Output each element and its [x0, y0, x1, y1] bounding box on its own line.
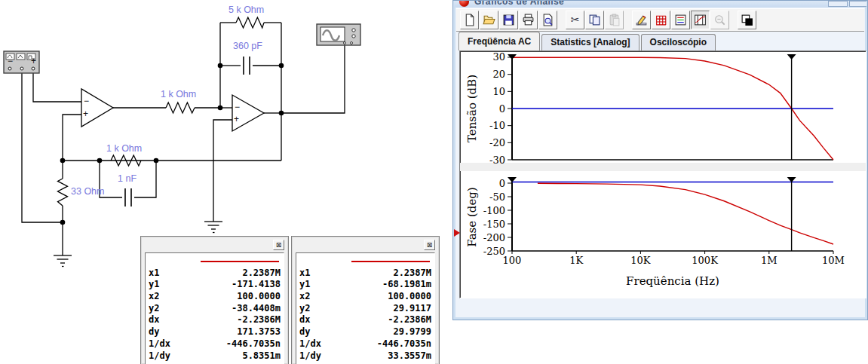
- toolbar: ✂: [456, 8, 864, 32]
- selected-graph-arrow: [454, 229, 460, 237]
- cursor-row-x1: x12.2387M: [299, 268, 431, 280]
- cursor-row-1-dy: 1/dy5.8351m: [149, 350, 281, 362]
- toolbar-button-zoom-out: [710, 11, 729, 29]
- toolbar-button-copy[interactable]: [585, 11, 604, 29]
- component-value-label: 360 pF: [233, 41, 262, 51]
- y-tick-label: 0: [499, 178, 505, 189]
- bode-plots: 3020100-10-20-300-50-100-150-200-2501001…: [460, 51, 866, 298]
- cursor-row-value: -446.7035n: [377, 338, 431, 350]
- wire[interactable]: [63, 115, 81, 161]
- fgen-plus-terminal: +: [31, 56, 36, 66]
- toolbar-button-cursors[interactable]: [691, 11, 710, 29]
- print-preview-icon: [541, 14, 554, 26]
- close-icon[interactable]: ⊠: [273, 240, 284, 250]
- toolbar-button-open-file[interactable]: [480, 11, 498, 29]
- cursor-row-label: 1/dy: [149, 350, 170, 362]
- cursor-row-label: x1: [299, 268, 310, 280]
- cursor-row-value: 5.8351m: [242, 350, 281, 362]
- y-axis-label-phase: Fase (deg): [465, 164, 477, 270]
- x-tick-label: 10K: [630, 255, 651, 266]
- y-axis-label-gain: Tensão (dB): [465, 56, 477, 161]
- plot-separator: [460, 163, 866, 171]
- cursor-row-dy: dy29.9799: [299, 326, 431, 338]
- wire[interactable]: [33, 71, 81, 102]
- print-icon: [522, 14, 535, 26]
- cursor-row-label: 1/dx: [299, 338, 321, 350]
- save-icon: [502, 14, 515, 26]
- cursor-row-dx: dx-2.2386M: [299, 314, 431, 326]
- wire[interactable]: [134, 161, 156, 197]
- cursor-row-dx: dx-2.2386M: [149, 314, 281, 326]
- capacitor-1nf[interactable]: [125, 188, 131, 206]
- toolbar-button-cut[interactable]: ✂: [566, 11, 584, 29]
- tab-statistics-analog-[interactable]: Statistics [Analog]: [541, 34, 639, 50]
- cursor-row-y1: y1-171.4138: [149, 279, 281, 291]
- cursor-row-label: x2: [299, 291, 310, 303]
- toolbar-button-new-document[interactable]: [460, 11, 479, 29]
- trace-legend-swatch: [149, 255, 281, 268]
- y-tick-label: 20: [492, 69, 505, 80]
- cursor-row-value: -446.7035n: [226, 338, 281, 350]
- wire[interactable]: [22, 71, 63, 222]
- x-tick-label: 1K: [569, 255, 583, 266]
- cursor-table-gain: ⊠ x12.2387My1-68.1981mx2100.0000y229.911…: [291, 236, 440, 364]
- cursor-table-body: x12.2387My1-171.4138x2100.0000y2-38.4408…: [145, 252, 284, 364]
- cursor-row-label: dy: [149, 326, 159, 338]
- cursor-row-dy: dy171.3753: [149, 326, 281, 338]
- copy-icon: [588, 14, 601, 26]
- component-value-label: 1 k Ohm: [161, 89, 196, 99]
- tab-oscilosc-pio[interactable]: Osciloscópio: [641, 34, 716, 50]
- cursor-row-label: y2: [299, 303, 310, 315]
- cursor-table-body: x12.2387My1-68.1981mx2100.0000y229.9117d…: [296, 252, 435, 364]
- opamp2-plus-input: +: [234, 114, 239, 124]
- y-tick-label: 10: [492, 86, 505, 97]
- open-file-icon: [483, 14, 495, 26]
- wire[interactable]: [281, 44, 345, 113]
- opamp1[interactable]: [81, 89, 113, 127]
- resistor-5kohm[interactable]: [236, 17, 264, 28]
- cursor-row-1-dy: 1/dy33.3557m: [299, 350, 431, 362]
- fgen-minus-terminal: −: [8, 56, 13, 66]
- cursor-row-1-dx: 1/dx-446.7035n: [149, 338, 281, 350]
- oscilloscope[interactable]: [317, 24, 360, 45]
- toolbar-button-grid[interactable]: [652, 11, 670, 29]
- legend-icon: [674, 14, 687, 26]
- resistor-33ohm[interactable]: [58, 179, 68, 206]
- window-minimize-button[interactable]: [828, 1, 848, 7]
- cursor-row-y2: y2-38.4408m: [149, 303, 281, 315]
- cursor-row-label: dy: [299, 326, 310, 338]
- cursor-row-y2: y229.9117: [299, 303, 431, 315]
- close-icon[interactable]: ⊠: [424, 240, 435, 250]
- window-titlebar[interactable]: Gráficos de Análise: [454, 1, 866, 8]
- toolbar-button-edit-properties[interactable]: [632, 11, 651, 29]
- cursor-row-y1: y1-68.1981m: [299, 279, 431, 291]
- trace-output-phase-deg: [538, 183, 833, 244]
- cursor-row-label: dx: [299, 314, 310, 326]
- toolbar-button-print-preview[interactable]: [538, 11, 557, 29]
- ground-symbol[interactable]: [54, 255, 72, 267]
- component-value-label: 1 k Ohm: [106, 143, 142, 154]
- grid-icon: [655, 14, 667, 26]
- toolbar-button-restore-colors[interactable]: [738, 11, 756, 29]
- wire[interactable]: [213, 120, 232, 222]
- component-value-label: 1 nF: [118, 173, 136, 184]
- cursor-row-value: 100.0000: [388, 291, 431, 303]
- junction-dots: [60, 63, 284, 225]
- opamp2[interactable]: [232, 95, 264, 131]
- screen: 5 k Ohm360 pF1 k Ohm1 k Ohm1 nF33 Ohm−+−…: [0, 0, 868, 364]
- opamp1-plus-input: +: [83, 109, 88, 119]
- toolbar-button-print[interactable]: [519, 11, 538, 29]
- ground-symbol[interactable]: [204, 222, 222, 233]
- restore-colors-icon: [741, 14, 753, 26]
- resistor-1kohm[interactable]: [166, 102, 195, 113]
- toolbar-button-paste: [605, 11, 624, 29]
- window-close-button[interactable]: [849, 1, 866, 7]
- capacitor-360pf[interactable]: [244, 57, 250, 75]
- tab-freq-ncia-ac[interactable]: Freqüência AC: [459, 32, 540, 50]
- cursor-1-handle[interactable]: [787, 54, 796, 60]
- y-tick-label: -100: [483, 205, 505, 216]
- toolbar-button-legend[interactable]: [671, 11, 690, 29]
- toolbar-button-save[interactable]: [499, 11, 518, 29]
- cursors-icon: [694, 14, 707, 26]
- cursor-row-value: 171.3753: [237, 326, 281, 338]
